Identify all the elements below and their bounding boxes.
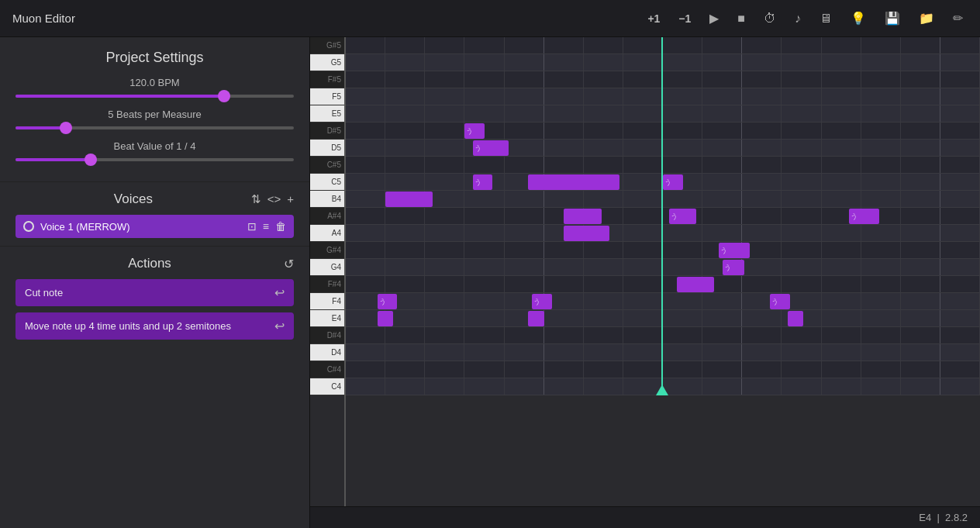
piano-key-fs5[interactable]: F#5 [310, 71, 344, 88]
grid-cell[interactable] [742, 88, 782, 105]
grid-cell[interactable] [782, 276, 821, 292]
grid-cell[interactable] [505, 54, 544, 71]
grid-cell[interactable] [464, 105, 504, 122]
reorder-icon[interactable]: ⇅ [251, 192, 261, 206]
grid-cell[interactable] [663, 71, 702, 88]
grid-cell[interactable] [464, 259, 504, 275]
note-block[interactable]: う [464, 123, 485, 139]
note-icon[interactable]: ♪ [790, 9, 806, 29]
grid-cell[interactable] [782, 378, 821, 395]
grid-cell[interactable] [505, 37, 544, 53]
grid-cell[interactable] [385, 88, 425, 105]
grid-cell[interactable] [623, 208, 663, 224]
grid-cell[interactable] [782, 71, 821, 88]
grid-cell[interactable] [505, 123, 544, 139]
grid-cell[interactable] [385, 276, 425, 292]
grid-cell[interactable] [940, 208, 980, 224]
grid-cell[interactable] [584, 71, 623, 88]
grid-cell[interactable] [861, 259, 901, 275]
piano-key-cs5[interactable]: C#5 [310, 157, 344, 174]
grid-cell[interactable] [385, 327, 425, 343]
piano-key-f5[interactable]: F5 [310, 88, 344, 105]
grid-cell[interactable] [346, 37, 385, 53]
grid-cell[interactable] [584, 140, 623, 156]
monitor-icon[interactable]: 🖥 [815, 9, 837, 29]
grid-cell[interactable] [584, 293, 623, 309]
grid-cell[interactable] [822, 225, 861, 241]
grid-cell[interactable] [822, 191, 861, 207]
grid-cell[interactable] [544, 378, 584, 395]
edit-icon[interactable]: ✏ [948, 8, 968, 29]
grid-cell[interactable] [782, 208, 821, 224]
grid-cell[interactable] [425, 225, 464, 241]
grid-cell[interactable] [742, 37, 782, 53]
grid-cell[interactable] [901, 225, 940, 241]
grid-cell[interactable] [663, 54, 702, 71]
note-block[interactable]: う [378, 294, 398, 309]
grid-cell[interactable] [822, 344, 861, 361]
grid-cell[interactable] [425, 208, 464, 224]
grid-cell[interactable] [742, 208, 782, 224]
note-block[interactable]: う [770, 294, 790, 309]
grid-cell[interactable] [822, 293, 861, 309]
piano-key-fs4[interactable]: F#4 [310, 276, 344, 293]
grid-cell[interactable] [782, 361, 821, 378]
grid-cell[interactable] [584, 157, 623, 173]
grid-cell[interactable] [782, 191, 821, 207]
grid-cell[interactable] [425, 310, 464, 326]
grid-cell[interactable] [346, 242, 385, 258]
grid-cell[interactable] [742, 225, 782, 241]
note-block[interactable]: う [473, 140, 509, 156]
grid-cell[interactable] [623, 157, 663, 173]
grid-cell[interactable] [861, 361, 901, 378]
grid-cell[interactable] [385, 71, 425, 88]
grid-cell[interactable] [544, 140, 584, 156]
grid-cell[interactable] [623, 105, 663, 122]
grid-cell[interactable] [940, 225, 980, 241]
grid-cell[interactable] [544, 310, 584, 326]
note-block[interactable]: う [723, 260, 744, 275]
grid-cell[interactable] [385, 123, 425, 139]
beats-slider[interactable] [16, 126, 294, 129]
grid-cell[interactable] [623, 293, 663, 309]
grid-cell[interactable] [346, 71, 385, 88]
grid-cell[interactable] [346, 259, 385, 275]
grid-cell[interactable] [505, 157, 544, 173]
grid-cell[interactable] [940, 140, 980, 156]
grid-cell[interactable] [505, 259, 544, 275]
grid-cell[interactable] [901, 293, 940, 309]
grid-cell[interactable] [940, 310, 980, 326]
note-block[interactable]: う [669, 209, 697, 224]
delete-voice-button[interactable]: 🗑 [275, 220, 286, 233]
grid-cell[interactable] [901, 123, 940, 139]
grid-cell[interactable] [901, 344, 940, 361]
grid-cell[interactable] [584, 259, 623, 275]
grid-cell[interactable] [623, 344, 663, 361]
grid-cell[interactable] [425, 361, 464, 378]
grid-cell[interactable] [822, 37, 861, 53]
grid-cell[interactable] [505, 208, 544, 224]
grid-cell[interactable] [544, 191, 584, 207]
grid-cell[interactable] [346, 327, 385, 343]
grid-cell[interactable] [385, 344, 425, 361]
grid-cell[interactable] [544, 242, 584, 258]
grid-cell[interactable] [861, 242, 901, 258]
grid-cell[interactable] [940, 123, 980, 139]
grid-cell[interactable] [464, 276, 504, 292]
grid-cell[interactable] [742, 105, 782, 122]
grid-cell[interactable] [742, 191, 782, 207]
grid-cell[interactable] [425, 174, 464, 190]
grid-cell[interactable] [425, 140, 464, 156]
note-block[interactable]: う [719, 243, 751, 258]
grid-cell[interactable] [822, 259, 861, 275]
grid-cell[interactable] [425, 293, 464, 309]
note-block[interactable] [528, 311, 543, 326]
grid-cell[interactable] [663, 293, 702, 309]
note-block[interactable] [378, 311, 393, 326]
grid-cell[interactable] [940, 293, 980, 309]
grid-cell[interactable] [623, 71, 663, 88]
piano-key-e5[interactable]: E5 [310, 105, 344, 123]
grid-cell[interactable] [623, 361, 663, 378]
grid-cell[interactable] [940, 259, 980, 275]
grid-cell[interactable] [702, 225, 742, 241]
